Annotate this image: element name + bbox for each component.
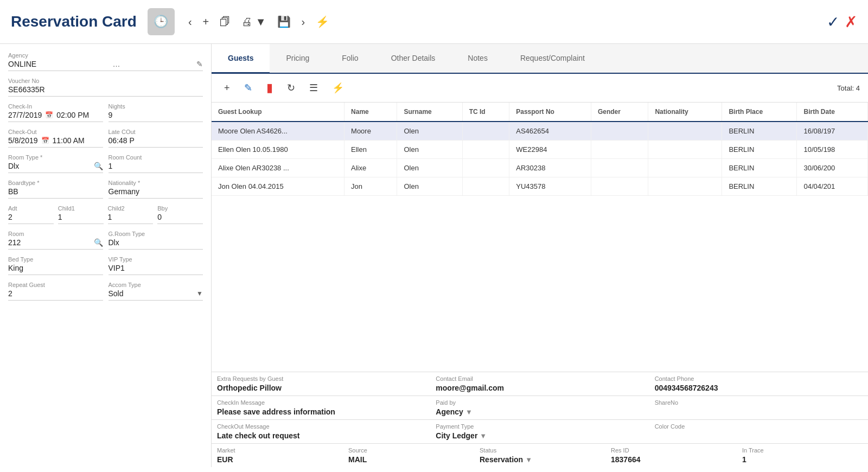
copy-button[interactable]: 🗍 xyxy=(214,12,236,31)
market-value: EUR xyxy=(217,455,337,464)
col-guest-lookup: Guest Lookup xyxy=(212,103,344,122)
bed-type-label: Bed Type xyxy=(8,256,103,263)
checkin-msg-label: CheckIn Message xyxy=(217,399,425,406)
refresh-button[interactable]: ↻ xyxy=(283,79,299,97)
voucher-label: Voucher No xyxy=(8,78,203,84)
market-label: Market xyxy=(217,447,337,454)
contact-phone-label: Contact Phone xyxy=(655,375,863,382)
checkout-msg-block: CheckOut Message Late check out request xyxy=(212,420,430,443)
paid-by-label: Paid by xyxy=(436,399,643,406)
menu-button[interactable]: ☰ xyxy=(305,79,322,97)
status-block: Status Reservation ▼ xyxy=(474,444,605,467)
res-id-label: Res ID xyxy=(611,447,731,454)
tab-folio[interactable]: Folio xyxy=(326,44,374,74)
add-button[interactable]: + xyxy=(197,12,215,31)
cancel-button[interactable]: ✗ xyxy=(845,13,857,31)
table-row[interactable]: Moore Olen AS4626...MooreOlenAS462654BER… xyxy=(212,122,868,141)
col-birth-place: Birth Place xyxy=(722,103,797,122)
boardtype-field: BB xyxy=(8,187,103,199)
tab-guests[interactable]: Guests xyxy=(212,44,270,74)
child1-field: 1 xyxy=(58,213,104,224)
repeat-guest-field: 2 xyxy=(8,289,103,301)
extra-requests-block: Extra Requests by Guest Orthopedic Pillo… xyxy=(212,372,430,396)
agency-label: Agency xyxy=(8,52,203,59)
confirm-button[interactable]: ✓ xyxy=(827,13,839,31)
vip-type-field: VIP1 xyxy=(108,264,203,275)
checkin-field: 27/7/2019 📅 02:00 PM xyxy=(8,111,103,122)
tab-other-details[interactable]: Other Details xyxy=(375,44,452,74)
agency-edit-button[interactable]: ✎ xyxy=(196,60,203,68)
payment-type-value: City Ledger xyxy=(436,431,477,440)
checkin-label: Check-In xyxy=(8,103,103,110)
right-panel: Guests Pricing Folio Other Details Notes… xyxy=(212,44,868,467)
quick-action-button[interactable]: ⚡ xyxy=(328,79,348,97)
res-id-block: Res ID 1837664 xyxy=(605,444,737,467)
forward-button[interactable]: › xyxy=(296,12,311,31)
payment-type-label: Payment Type xyxy=(436,423,643,430)
in-trace-label: In Trace xyxy=(742,447,863,454)
vip-type-label: VIP Type xyxy=(108,256,203,263)
adt-label: Adt xyxy=(8,205,54,212)
voucher-field: SE66335R xyxy=(8,85,203,97)
lightning-button[interactable]: ⚡ xyxy=(310,12,335,31)
res-id-value: 1837664 xyxy=(611,455,731,464)
bed-type-field: King xyxy=(8,264,103,275)
late-cout-field: 06:48 P xyxy=(108,136,203,148)
source-value: MAIL xyxy=(348,455,469,464)
contact-phone-block: Contact Phone 004934568726243 xyxy=(649,372,868,396)
checkout-label: Check-Out xyxy=(8,129,103,135)
share-no-block: ShareNo xyxy=(649,396,868,419)
child2-label: Child2 xyxy=(108,205,154,212)
tab-pricing[interactable]: Pricing xyxy=(270,44,326,74)
checkout-msg-label: CheckOut Message xyxy=(217,423,425,430)
contact-email-value: moore@gmail.com xyxy=(436,384,643,392)
groom-type-label: G.Room Type xyxy=(108,231,203,237)
add-guest-button[interactable]: + xyxy=(220,80,234,97)
col-tc-id: TC Id xyxy=(462,103,509,122)
history-button[interactable]: 🕒 xyxy=(148,8,175,35)
repeat-guest-label: Repeat Guest xyxy=(8,282,103,288)
agency-dots-button[interactable]: … xyxy=(113,60,120,68)
print-button[interactable]: 🖨 ▼ xyxy=(236,12,271,31)
accom-type-label: Accom Type xyxy=(108,282,203,288)
paid-by-block: Paid by Agency ▼ xyxy=(430,396,649,419)
room-type-label: Room Type * xyxy=(8,154,103,161)
save-button[interactable]: 💾 xyxy=(272,12,296,31)
extra-requests-value: Orthopedic Pillow xyxy=(217,384,425,392)
page-title: Reservation Card xyxy=(11,13,137,30)
tab-bar: Guests Pricing Folio Other Details Notes… xyxy=(212,44,868,74)
checkout-field: 5/8/2019 📅 11:00 AM xyxy=(8,136,103,148)
checkin-msg-block: CheckIn Message Please save address info… xyxy=(212,396,430,419)
col-passport-no: Passport No xyxy=(509,103,591,122)
nights-field: 9 xyxy=(108,111,203,122)
tab-request-complaint[interactable]: Request/Complaint xyxy=(504,44,601,74)
share-no-label: ShareNo xyxy=(655,399,863,406)
delete-guest-button[interactable]: ▮ xyxy=(262,78,277,98)
tab-notes[interactable]: Notes xyxy=(451,44,504,74)
payment-type-block: Payment Type City Ledger ▼ xyxy=(430,420,649,443)
table-row[interactable]: Ellen Olen 10.05.1980EllenOlenWE22984BER… xyxy=(212,141,868,159)
source-block: Source MAIL xyxy=(343,444,474,467)
col-name: Name xyxy=(344,103,397,122)
table-row[interactable]: Jon Olen 04.04.2015JonOlenYU43578BERLIN0… xyxy=(212,177,868,196)
guests-table-container: Guest Lookup Name Surname TC Id Passport… xyxy=(212,103,868,372)
back-button[interactable]: ‹ xyxy=(183,12,197,31)
contact-email-block: Contact Email moore@gmail.com xyxy=(430,372,649,396)
left-panel: Agency ONLINE … ✎ Voucher No SE66335R Ch… xyxy=(0,44,212,467)
edit-guest-button[interactable]: ✎ xyxy=(240,79,257,97)
room-count-label: Room Count xyxy=(108,154,203,161)
tab-toolbar: + ✎ ▮ ↻ ☰ ⚡ Total: 4 xyxy=(212,74,868,103)
accom-type-field: Sold ▼ xyxy=(108,289,203,301)
table-row[interactable]: Alixe Olen AR30238 ...AlixeOlenAR30238BE… xyxy=(212,159,868,177)
checkout-msg-value: Late check out request xyxy=(217,431,425,440)
agency-field: ONLINE … ✎ xyxy=(8,60,203,71)
extra-requests-label: Extra Requests by Guest xyxy=(217,375,425,382)
status-label: Status xyxy=(480,447,600,454)
room-type-search-button[interactable]: 🔍 xyxy=(94,162,103,170)
late-cout-label: Late COut xyxy=(108,129,203,135)
nationality-label: Nationality * xyxy=(108,180,203,186)
in-trace-block: In Trace 1 xyxy=(737,444,868,467)
status-dropdown-icon: ▼ xyxy=(525,456,532,464)
color-code-block: Color Code xyxy=(649,420,868,443)
room-search-button[interactable]: 🔍 xyxy=(94,238,103,247)
